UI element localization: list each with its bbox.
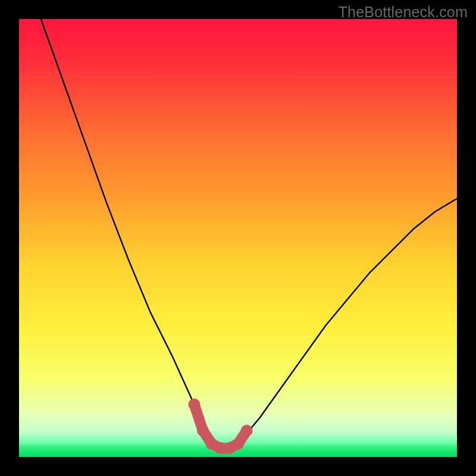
optimal-zone-dot [232,438,244,450]
plot-background [19,19,457,457]
optimal-zone-dot [188,399,200,411]
chart-svg [0,0,476,476]
chart-frame: TheBottleneck.com [0,0,476,476]
watermark-text: TheBottleneck.com [339,4,468,21]
optimal-zone-dot [241,425,253,437]
optimal-zone-dot [197,425,209,437]
